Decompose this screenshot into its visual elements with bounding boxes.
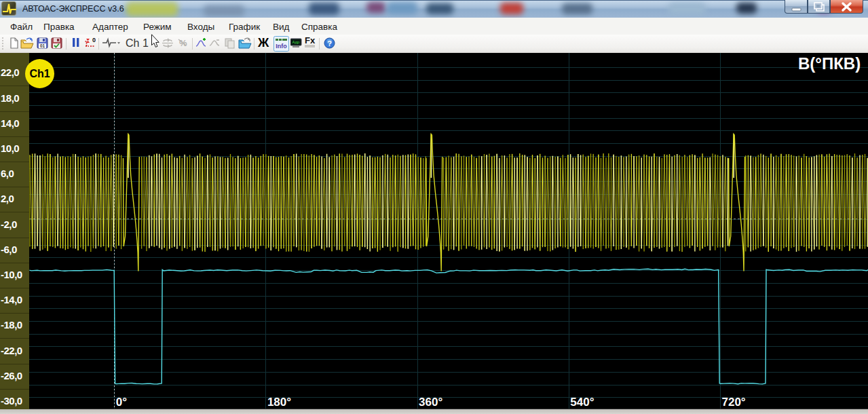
svg-text:?: ? — [327, 39, 332, 48]
svg-text:Aдр: Aдр — [293, 40, 301, 44]
svg-text:01: 01 — [40, 43, 45, 48]
svg-text:0: 0 — [92, 37, 96, 43]
svg-text:Fx: Fx — [305, 36, 316, 45]
svg-text:Info: Info — [276, 43, 287, 50]
